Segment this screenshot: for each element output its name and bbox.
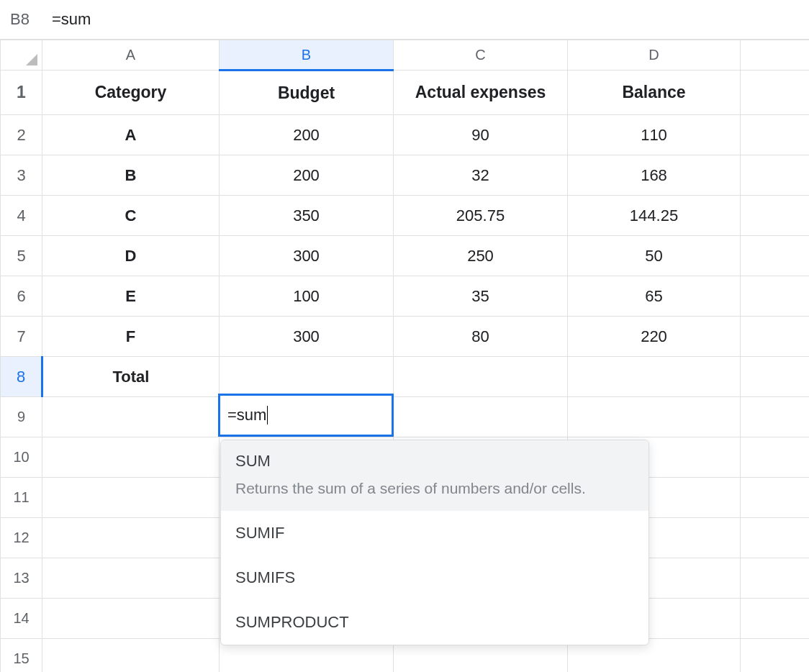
cell-a9[interactable] — [42, 397, 220, 437]
row-header-5[interactable]: 5 — [1, 236, 42, 276]
cell-e1[interactable] — [741, 71, 810, 115]
cell-e4[interactable] — [741, 196, 810, 236]
formula-bar: B8 =sum — [0, 0, 809, 40]
autocomplete-item-sumifs[interactable]: SUMIFS — [221, 555, 648, 600]
cell-c4[interactable]: 205.75 — [394, 196, 568, 236]
formula-autocomplete-dropdown: SUM Returns the sum of a series of numbe… — [220, 440, 649, 645]
cell-a8[interactable]: Total — [42, 357, 220, 397]
row-header-12[interactable]: 12 — [1, 518, 42, 558]
row-header-14[interactable]: 14 — [1, 599, 42, 639]
formula-input[interactable]: =sum — [48, 10, 91, 29]
row-header-11[interactable]: 11 — [1, 478, 42, 518]
autocomplete-item-title: SUM — [235, 452, 634, 471]
cell-c9[interactable] — [394, 397, 568, 437]
cell-a1[interactable]: Category — [42, 71, 220, 115]
autocomplete-item-sum[interactable]: SUM Returns the sum of a series of numbe… — [221, 440, 648, 511]
column-header-a[interactable]: A — [42, 40, 220, 71]
cell-b8[interactable] — [220, 357, 394, 397]
cell-e3[interactable] — [741, 155, 810, 196]
autocomplete-item-sumif[interactable]: SUMIF — [221, 511, 648, 555]
row-3: 3 B 200 32 168 — [1, 155, 810, 196]
cell-e13[interactable] — [741, 558, 810, 599]
cell-c8[interactable] — [394, 357, 568, 397]
cell-c6[interactable]: 35 — [394, 276, 568, 317]
cell-e15[interactable] — [741, 639, 810, 673]
cell-b4[interactable]: 350 — [220, 196, 394, 236]
autocomplete-item-desc: Returns the sum of a series of numbers a… — [235, 478, 634, 499]
row-1: 1 Category Budget Actual expenses Balanc… — [1, 71, 810, 115]
cell-a2[interactable]: A — [42, 115, 220, 155]
row-header-15[interactable]: 15 — [1, 639, 42, 673]
cell-b6[interactable]: 100 — [220, 276, 394, 317]
cell-a5[interactable]: D — [42, 236, 220, 276]
row-2: 2 A 200 90 110 — [1, 115, 810, 155]
cell-d2[interactable]: 110 — [568, 115, 741, 155]
row-header-8[interactable]: 8 — [1, 357, 42, 397]
cell-a14[interactable] — [42, 599, 220, 639]
cell-b3[interactable]: 200 — [220, 155, 394, 196]
cell-d6[interactable]: 65 — [568, 276, 741, 317]
row-header-6[interactable]: 6 — [1, 276, 42, 317]
row-header-1[interactable]: 1 — [1, 71, 42, 115]
row-header-9[interactable]: 9 — [1, 397, 42, 437]
cell-c7[interactable]: 80 — [394, 317, 568, 357]
select-all-corner[interactable] — [1, 40, 42, 71]
cell-d9[interactable] — [568, 397, 741, 437]
column-header-c[interactable]: C — [394, 40, 568, 71]
row-6: 6 E 100 35 65 — [1, 276, 810, 317]
row-header-10[interactable]: 10 — [1, 437, 42, 478]
row-header-7[interactable]: 7 — [1, 317, 42, 357]
row-header-13[interactable]: 13 — [1, 558, 42, 599]
row-header-2[interactable]: 2 — [1, 115, 42, 155]
spreadsheet-grid: A B C D 1 Category Budget Actual expense… — [0, 40, 809, 672]
cell-c2[interactable]: 90 — [394, 115, 568, 155]
cell-c1[interactable]: Actual expenses — [394, 71, 568, 115]
cell-d1[interactable]: Balance — [568, 71, 741, 115]
active-cell-editor[interactable]: =sum — [218, 394, 394, 437]
cell-e11[interactable] — [741, 478, 810, 518]
cell-a6[interactable]: E — [42, 276, 220, 317]
cell-d8[interactable] — [568, 357, 741, 397]
cell-a4[interactable]: C — [42, 196, 220, 236]
cell-e5[interactable] — [741, 236, 810, 276]
corner-triangle-icon — [26, 54, 37, 65]
row-8: 8 Total — [1, 357, 810, 397]
column-header-e[interactable] — [741, 40, 810, 71]
cell-b7[interactable]: 300 — [220, 317, 394, 357]
text-caret — [267, 406, 268, 424]
cell-e2[interactable] — [741, 115, 810, 155]
cell-a15[interactable] — [42, 639, 220, 673]
cell-a11[interactable] — [42, 478, 220, 518]
cell-c5[interactable]: 250 — [394, 236, 568, 276]
cell-a10[interactable] — [42, 437, 220, 478]
active-cell-text: =sum — [227, 406, 266, 424]
row-header-4[interactable]: 4 — [1, 196, 42, 236]
row-5: 5 D 300 250 50 — [1, 236, 810, 276]
cell-e6[interactable] — [741, 276, 810, 317]
cell-e14[interactable] — [741, 599, 810, 639]
cell-e10[interactable] — [741, 437, 810, 478]
cell-a7[interactable]: F — [42, 317, 220, 357]
row-4: 4 C 350 205.75 144.25 — [1, 196, 810, 236]
cell-e8[interactable] — [741, 357, 810, 397]
cell-d5[interactable]: 50 — [568, 236, 741, 276]
cell-reference-box[interactable]: B8 — [10, 10, 48, 29]
cell-e12[interactable] — [741, 518, 810, 558]
cell-b2[interactable]: 200 — [220, 115, 394, 155]
cell-a13[interactable] — [42, 558, 220, 599]
column-header-d[interactable]: D — [568, 40, 741, 71]
column-header-b[interactable]: B — [220, 40, 394, 71]
cell-d4[interactable]: 144.25 — [568, 196, 741, 236]
cell-e7[interactable] — [741, 317, 810, 357]
cell-a12[interactable] — [42, 518, 220, 558]
cell-b5[interactable]: 300 — [220, 236, 394, 276]
autocomplete-item-sumproduct[interactable]: SUMPRODUCT — [221, 600, 648, 645]
cell-e9[interactable] — [741, 397, 810, 437]
cell-d7[interactable]: 220 — [568, 317, 741, 357]
cell-d3[interactable]: 168 — [568, 155, 741, 196]
row-header-3[interactable]: 3 — [1, 155, 42, 196]
row-9: 9 — [1, 397, 810, 437]
cell-c3[interactable]: 32 — [394, 155, 568, 196]
cell-b1[interactable]: Budget — [220, 71, 394, 115]
cell-a3[interactable]: B — [42, 155, 220, 196]
